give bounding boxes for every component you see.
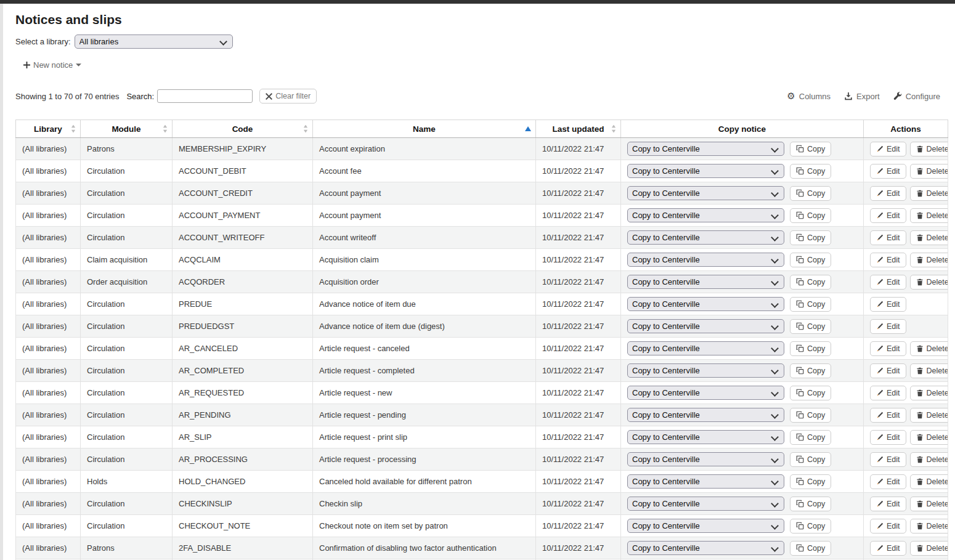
delete-button[interactable]: Delete: [910, 253, 948, 267]
edit-button[interactable]: Edit: [870, 497, 906, 511]
delete-button[interactable]: Delete: [910, 142, 948, 156]
edit-button[interactable]: Edit: [870, 408, 906, 423]
cell-module: Circulation: [81, 426, 173, 448]
delete-button[interactable]: Delete: [910, 430, 948, 445]
copy-to-select[interactable]: Copy to Centerville: [627, 386, 784, 400]
copy-to-select[interactable]: Copy to Centerville: [627, 297, 784, 311]
edit-button[interactable]: Edit: [870, 474, 906, 489]
edit-button[interactable]: Edit: [870, 541, 906, 556]
copy-button[interactable]: Copy: [790, 341, 831, 356]
copy-to-select[interactable]: Copy to Centerville: [627, 230, 784, 245]
copy-to-select[interactable]: Copy to Centerville: [627, 541, 784, 555]
edit-button[interactable]: Edit: [870, 253, 906, 267]
gear-icon: ⚙: [787, 92, 795, 101]
cell-last-updated: 10/11/2022 21:47: [536, 249, 621, 271]
clear-filter-button[interactable]: Clear filter: [259, 89, 317, 103]
delete-button[interactable]: Delete: [910, 519, 948, 534]
copy-button[interactable]: Copy: [790, 541, 831, 556]
configure-button[interactable]: Configure: [893, 92, 940, 101]
copy-to-select[interactable]: Copy to Centerville: [627, 186, 784, 200]
copy-to-select-wrap: Copy to Centerville: [627, 363, 784, 378]
library-select[interactable]: All libraries: [75, 34, 233, 49]
delete-button[interactable]: Delete: [910, 408, 948, 423]
delete-button[interactable]: Delete: [910, 474, 948, 489]
delete-button[interactable]: Delete: [910, 230, 948, 245]
new-notice-button[interactable]: New notice: [22, 58, 83, 72]
copy-to-select-wrap: Copy to Centerville: [627, 186, 784, 200]
copy-to-select[interactable]: Copy to Centerville: [627, 164, 784, 178]
delete-button[interactable]: Delete: [910, 386, 948, 400]
copy-to-select[interactable]: Copy to Centerville: [627, 430, 784, 444]
copy-button[interactable]: Copy: [790, 519, 831, 534]
delete-button[interactable]: Delete: [910, 363, 948, 378]
copy-to-select[interactable]: Copy to Centerville: [627, 497, 784, 511]
copy-button[interactable]: Copy: [790, 164, 831, 179]
edit-button[interactable]: Edit: [870, 297, 906, 312]
edit-button[interactable]: Edit: [870, 386, 906, 400]
copy-to-select[interactable]: Copy to Centerville: [627, 142, 784, 156]
column-header-module[interactable]: Module: [81, 120, 173, 138]
copy-to-select[interactable]: Copy to Centerville: [627, 319, 784, 333]
edit-button[interactable]: Edit: [870, 363, 906, 378]
copy-button[interactable]: Copy: [790, 230, 831, 245]
edit-button[interactable]: Edit: [870, 452, 906, 467]
copy-button[interactable]: Copy: [790, 408, 831, 423]
copy-button[interactable]: Copy: [790, 497, 831, 511]
copy-to-select[interactable]: Copy to Centerville: [627, 519, 784, 533]
export-button[interactable]: Export: [844, 92, 880, 101]
pencil-icon: [876, 278, 884, 286]
copy-to-select[interactable]: Copy to Centerville: [627, 474, 784, 489]
edit-button[interactable]: Edit: [870, 519, 906, 534]
delete-button[interactable]: Delete: [910, 341, 948, 356]
search-input[interactable]: [157, 89, 253, 103]
trash-icon: [916, 212, 924, 219]
cell-name: Acquisition claim: [313, 249, 536, 271]
copy-to-select[interactable]: Copy to Centerville: [627, 208, 784, 222]
copy-to-select[interactable]: Copy to Centerville: [627, 452, 784, 466]
copy-button[interactable]: Copy: [790, 319, 831, 334]
cell-code: AR_COMPLETED: [173, 360, 313, 382]
edit-button[interactable]: Edit: [870, 430, 906, 445]
copy-to-select[interactable]: Copy to Centerville: [627, 341, 784, 355]
copy-button[interactable]: Copy: [790, 363, 831, 378]
delete-button[interactable]: Delete: [910, 452, 948, 467]
copy-button[interactable]: Copy: [790, 386, 831, 400]
copy-button[interactable]: Copy: [790, 430, 831, 445]
delete-button[interactable]: Delete: [910, 164, 948, 179]
edit-button[interactable]: Edit: [870, 208, 906, 223]
column-header-code[interactable]: Code: [173, 120, 313, 138]
edit-button[interactable]: Edit: [870, 319, 906, 334]
copy-to-select[interactable]: Copy to Centerville: [627, 253, 784, 267]
copy-to-select[interactable]: Copy to Centerville: [627, 275, 784, 289]
columns-button[interactable]: ⚙ Columns: [787, 92, 831, 101]
delete-button[interactable]: Delete: [910, 275, 948, 290]
edit-button[interactable]: Edit: [870, 341, 906, 356]
delete-button[interactable]: Delete: [910, 186, 948, 201]
column-header-library[interactable]: Library: [16, 120, 81, 138]
delete-button-label: Delete: [927, 278, 948, 286]
copy-button[interactable]: Copy: [790, 142, 831, 156]
export-label: Export: [856, 92, 880, 101]
edit-button[interactable]: Edit: [870, 186, 906, 201]
cell-copy-notice: Copy to Centerville Copy: [621, 249, 864, 271]
copy-button[interactable]: Copy: [790, 297, 831, 312]
copy-to-select[interactable]: Copy to Centerville: [627, 408, 784, 422]
copy-button[interactable]: Copy: [790, 474, 831, 489]
copy-button[interactable]: Copy: [790, 275, 831, 290]
copy-button[interactable]: Copy: [790, 452, 831, 467]
copy-button[interactable]: Copy: [790, 253, 831, 267]
copy-button-label: Copy: [807, 256, 825, 264]
delete-button[interactable]: Delete: [910, 541, 948, 556]
copy-button[interactable]: Copy: [790, 208, 831, 223]
copy-button[interactable]: Copy: [790, 186, 831, 201]
column-header-name[interactable]: Name: [313, 120, 536, 138]
edit-button[interactable]: Edit: [870, 275, 906, 290]
edit-button[interactable]: Edit: [870, 164, 906, 179]
copy-to-select[interactable]: Copy to Centerville: [627, 363, 784, 378]
delete-button[interactable]: Delete: [910, 208, 948, 223]
delete-button[interactable]: Delete: [910, 497, 948, 511]
column-header-last-updated[interactable]: Last updated: [536, 120, 621, 138]
edit-button[interactable]: Edit: [870, 142, 906, 156]
cell-last-updated: 10/11/2022 21:47: [536, 271, 621, 293]
edit-button[interactable]: Edit: [870, 230, 906, 245]
